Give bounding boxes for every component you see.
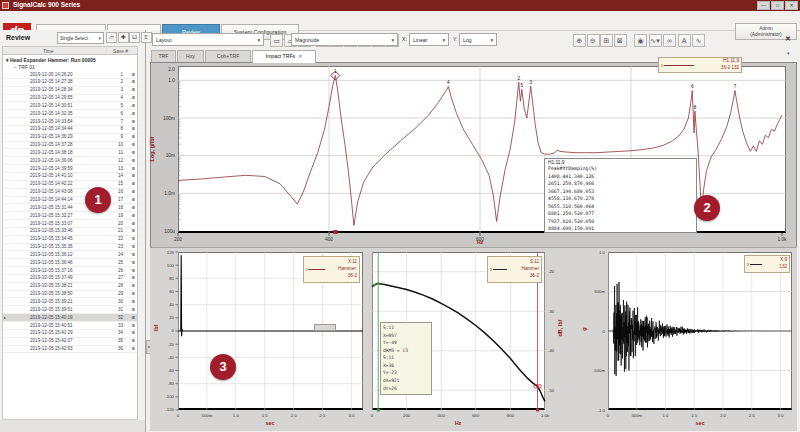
list-item[interactable]: 2019-12-05 14:33:547≡ <box>3 118 137 126</box>
cursor-grab-box[interactable] <box>314 324 336 331</box>
row-menu-icon[interactable]: ≡ <box>132 306 135 312</box>
row-menu-icon[interactable]: ≡ <box>132 172 135 178</box>
row-menu-icon[interactable]: ≡ <box>132 102 135 108</box>
row-menu-icon[interactable]: ≡ <box>132 235 135 241</box>
row-menu-icon[interactable]: ≡ <box>132 220 135 226</box>
row-menu-icon[interactable]: ≡ <box>132 259 135 265</box>
zoom-fit-icon[interactable]: ⊞ <box>600 34 613 47</box>
column-time[interactable]: Time <box>43 49 53 54</box>
row-menu-icon[interactable]: ≡ <box>132 337 135 343</box>
row-menu-icon[interactable]: ≡ <box>132 298 135 304</box>
graph-tab-trf[interactable]: TRF <box>151 50 176 62</box>
zoom-in-icon[interactable]: ⊕ <box>573 34 586 47</box>
list-item[interactable]: 2019-12-05 15:40:5133≡ <box>3 322 137 330</box>
tab-close-icon[interactable]: ✕ <box>298 53 302 59</box>
zoom-out-icon[interactable]: ⊖ <box>587 34 600 47</box>
row-menu-icon[interactable]: ≡ <box>132 243 135 249</box>
list-item[interactable]: 2019-12-05 14:43:0816≡ <box>3 189 137 197</box>
zoom-box-icon[interactable]: ⊠ <box>614 34 627 47</box>
list-item[interactable]: 2019-12-05 14:28:343≡ <box>3 87 137 95</box>
add-icon[interactable]: ✚ <box>118 32 129 43</box>
list-item[interactable]: 2019-12-05 14:42:2215≡ <box>3 181 137 189</box>
list-item[interactable]: ▸2019-12-05 15:40:1932≡ <box>3 314 137 322</box>
list-item[interactable]: 2019-12-05 15:34:4522≡ <box>3 236 137 244</box>
minimize-button[interactable]: — <box>757 1 770 10</box>
open-folder-icon[interactable]: ▱ <box>106 32 117 43</box>
row-menu-icon[interactable]: ≡ <box>132 227 135 233</box>
trace-menu-icon[interactable]: ∿▾ <box>649 34 662 47</box>
row-menu-icon[interactable]: ≡ <box>132 133 135 139</box>
row-menu-icon[interactable]: ≡ <box>132 188 135 194</box>
pane-menu-icon[interactable]: ⊡ <box>129 32 140 43</box>
row-menu-icon[interactable]: ≡ <box>132 118 135 124</box>
list-item[interactable]: 2019-12-05 15:36:1224≡ <box>3 251 137 259</box>
list-item[interactable]: 2019-12-05 14:41:1014≡ <box>3 173 137 181</box>
list-item[interactable]: 2019-12-05 15:31:4418≡ <box>3 204 137 212</box>
list-item[interactable]: 2019-12-05 14:36:299≡ <box>3 134 137 142</box>
row-menu-icon[interactable]: ≡ <box>132 141 135 147</box>
row-menu-icon[interactable]: ≡ <box>132 149 135 155</box>
waveform-icon[interactable]: ∿ <box>692 34 705 47</box>
row-menu-icon[interactable]: ≡ <box>132 251 135 257</box>
row-menu-icon[interactable]: ≡ <box>132 267 135 273</box>
row-menu-icon[interactable]: ≡ <box>132 86 135 92</box>
row-menu-icon[interactable]: ≡ <box>132 94 135 100</box>
tree-trf-node[interactable]: − TRF 01 <box>14 64 35 70</box>
menu-icon[interactable]: ≡ <box>141 32 152 43</box>
row-menu-icon[interactable]: ≡ <box>132 71 135 77</box>
close-pane-icon[interactable]: ✕ <box>785 35 791 43</box>
list-item[interactable]: 2019-12-05 15:41:2934≡ <box>3 330 137 338</box>
collapse-carat-icon[interactable]: ▾ <box>787 50 790 56</box>
row-menu-icon[interactable]: ≡ <box>132 329 135 335</box>
list-item[interactable]: 2019-12-05 15:42:0735≡ <box>3 338 137 346</box>
list-item[interactable]: 2019-12-05 14:39:5913≡ <box>3 165 137 173</box>
maximize-button[interactable]: □ <box>771 1 784 10</box>
list-item[interactable]: 2019-12-05 15:37:4927≡ <box>3 275 137 283</box>
list-item[interactable]: 2019-12-05 15:38:2128≡ <box>3 283 137 291</box>
list-item[interactable]: 2019-12-05 14:44:1417≡ <box>3 197 137 205</box>
row-menu-icon[interactable]: ≡ <box>132 282 135 288</box>
graph-tab-hxy[interactable]: Hxy <box>177 50 204 62</box>
x-scale-dropdown[interactable]: Linear▾ <box>409 33 449 46</box>
list-item[interactable]: 2019-12-05 14:29:554≡ <box>3 95 137 103</box>
list-item[interactable]: 2019-12-05 14:37:2810≡ <box>3 142 137 150</box>
list-item[interactable]: 2019-12-05 15:39:5131≡ <box>3 306 137 314</box>
y-scale-dropdown[interactable]: Log▾ <box>459 33 497 46</box>
list-item[interactable]: 2019-12-05 14:27:382≡ <box>3 79 137 87</box>
column-save[interactable]: Save # <box>113 49 128 54</box>
layout-dropdown[interactable]: Layout▾ <box>152 33 264 46</box>
new-layout-icon[interactable]: ▭ <box>270 34 283 47</box>
row-menu-icon[interactable]: ≡ <box>132 322 135 328</box>
list-item[interactable]: 2019-12-05 15:32:2719≡ <box>3 212 137 220</box>
list-item[interactable]: 2019-12-05 14:39:0612≡ <box>3 157 137 165</box>
close-button[interactable]: ✕ <box>785 1 798 10</box>
list-item[interactable]: 2019-12-05 14:26:201≡ <box>3 71 137 79</box>
row-menu-icon[interactable]: ≡ <box>132 204 135 210</box>
display-function-dropdown[interactable]: Magnitude▾ <box>291 33 398 46</box>
row-menu-icon[interactable]: ≡ <box>132 125 135 131</box>
row-menu-icon[interactable]: ≡ <box>132 345 135 351</box>
row-menu-icon[interactable]: ≡ <box>132 165 135 171</box>
row-menu-icon[interactable]: ≡ <box>132 180 135 186</box>
list-item[interactable]: 2019-12-05 15:37:1626≡ <box>3 267 137 275</box>
eye-icon[interactable]: ◉ <box>634 34 647 47</box>
row-menu-icon[interactable]: ≡ <box>132 110 135 116</box>
select-mode-dropdown[interactable]: Single Select▾ <box>57 32 104 44</box>
list-item[interactable]: 2019-12-05 14:34:448≡ <box>3 126 137 134</box>
row-menu-icon[interactable]: ≡ <box>132 290 135 296</box>
list-item[interactable]: 2019-12-05 14:30:515≡ <box>3 102 137 110</box>
list-item[interactable]: 2019-12-05 15:38:5029≡ <box>3 291 137 299</box>
response-time-plot-area[interactable] <box>608 252 792 410</box>
row-menu-icon[interactable]: ≡ <box>132 314 135 320</box>
row-menu-icon[interactable]: ≡ <box>132 196 135 202</box>
graph-tab-coh-trf[interactable]: Coh+TRF <box>205 50 251 62</box>
graph-tab-impact-trfs[interactable]: Impact TRFs✕ <box>252 50 316 63</box>
list-item[interactable]: 2019-12-05 15:39:2130≡ <box>3 298 137 306</box>
list-item[interactable]: 2019-12-05 15:33:4621≡ <box>3 228 137 236</box>
tree-run-node[interactable]: ▾ Head Expander Hammer: Run 00005 <box>6 57 96 63</box>
link-icon[interactable]: ∞ <box>663 34 676 47</box>
list-item[interactable]: 2019-12-05 15:42:5336≡ <box>3 346 137 354</box>
row-menu-icon[interactable]: ≡ <box>132 274 135 280</box>
list-item[interactable]: 2019-12-05 15:36:4625≡ <box>3 259 137 267</box>
list-item[interactable]: 2019-12-05 15:35:3523≡ <box>3 244 137 252</box>
